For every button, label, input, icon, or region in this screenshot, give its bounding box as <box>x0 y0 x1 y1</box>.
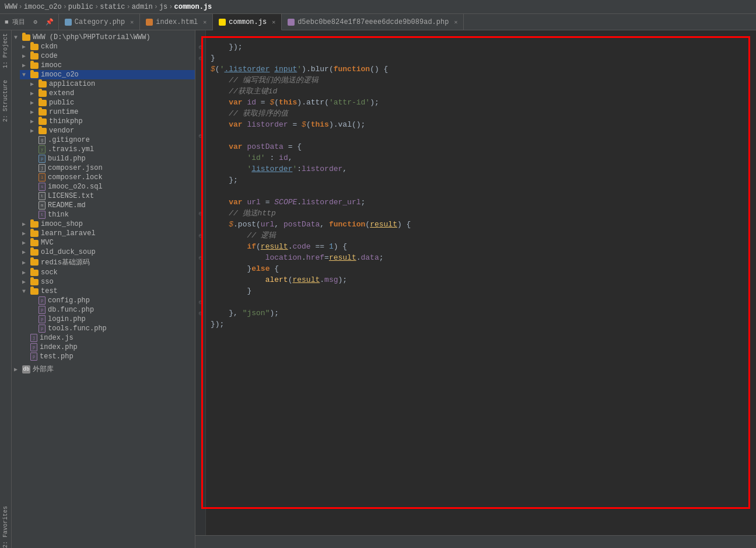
tree-item-index-php[interactable]: p index.php <box>20 343 195 352</box>
code-line-3: $('.listorder input').blur(function() { <box>211 65 388 74</box>
tree-item-travis[interactable]: y .travis.yml <box>28 145 195 154</box>
tree-label-imooc-shop: imooc_shop <box>41 220 83 228</box>
tree-item-config-php[interactable]: p config.php <box>28 296 195 305</box>
tree-arrow-mvc: ▶ <box>22 239 30 246</box>
tree-item-imooc-shop[interactable]: ▶ imooc_shop <box>20 219 195 229</box>
tree-label-imooc: imooc <box>41 61 62 69</box>
tab-close-index-html[interactable]: ✕ <box>203 19 206 26</box>
fold-3[interactable]: ⊖ <box>198 53 202 64</box>
tree-label-config: config.php <box>48 296 90 305</box>
code-container[interactable]: ⊖ ⊖ ⊖ ⊖ ⊖ ⊖ <box>195 30 756 535</box>
folder-icon-sso <box>30 279 38 285</box>
tree-arrow-imooc: ▶ <box>22 62 30 69</box>
fold-25[interactable]: ⊖ <box>198 296 202 308</box>
tree-item-external-lib[interactable]: ▶ db 外部库 <box>12 364 195 375</box>
folder-icon-test <box>30 288 38 295</box>
tree-item-gitignore[interactable]: g .gitignore <box>28 135 195 145</box>
folder-icon-imooc <box>30 62 38 69</box>
tree-item-public[interactable]: ▶ public <box>28 98 195 107</box>
fold-2[interactable]: ⊖ <box>198 41 202 53</box>
tree-item-sql[interactable]: s imooc_o2o.sql <box>28 182 195 191</box>
fold-26[interactable]: ⊖ <box>198 308 202 319</box>
tree-label-runtime: runtime <box>49 108 78 116</box>
editor-area: ⊖ ⊖ ⊖ ⊖ ⊖ ⊖ <box>195 30 756 548</box>
folder-icon-mvc <box>30 240 38 246</box>
tree-item-vendor[interactable]: ▶ vendor <box>28 126 195 135</box>
code-line-22: alert(result.msg); <box>211 275 347 284</box>
tree-item-test[interactable]: ▼ test <box>20 287 195 296</box>
tree-label-sql: imooc_o2o.sql <box>48 183 103 191</box>
project-tab-btn[interactable]: ■ 项目 <box>2 16 27 27</box>
tree-item-thinkphp[interactable]: ▶ thinkphp <box>28 117 195 126</box>
folder-icon-www <box>22 34 30 41</box>
tab-label-d5ebc0: d5ebc0be824e1f87eeee6dcde9b089ad.php <box>298 18 449 26</box>
fold-10[interactable]: ⊖ <box>198 130 202 141</box>
tree-item-test-php[interactable]: p test.php <box>20 352 195 361</box>
code-line-26: }); <box>211 320 224 329</box>
path-static: static <box>100 3 125 11</box>
fold-21[interactable]: ⊖ <box>198 252 202 263</box>
sidebar-label-favorites[interactable]: 2: Favorites <box>2 506 9 548</box>
tree-item-sock[interactable]: ▶ sock <box>20 268 195 277</box>
tree-item-think[interactable]: t think <box>28 210 195 219</box>
tree-item-runtime[interactable]: ▶ runtime <box>28 107 195 117</box>
tree-label-mvc: MVC <box>41 239 54 247</box>
file-icon-index-php: p <box>30 343 37 351</box>
tree-item-imooc[interactable]: ▶ imooc <box>20 61 195 70</box>
tree-item-sso[interactable]: ▶ sso <box>20 277 195 287</box>
tabs-container: Category.php ✕ index.html ✕ common.js ✕ … <box>59 14 756 30</box>
tree-item-readme[interactable]: m README.md <box>28 201 195 210</box>
code-line-21: }else { <box>211 264 279 273</box>
tree-item-code[interactable]: ▶ code <box>20 51 195 61</box>
tree-label-ckdn: ckdn <box>41 43 58 51</box>
main-layout: 1: Project 2: Structure 2: Favorites ▼ W… <box>0 30 756 548</box>
tree-item-ckdn[interactable]: ▶ ckdn <box>20 42 195 51</box>
tree-label-extend: extend <box>49 89 74 97</box>
code-line-7: // 获取排序的值 <box>211 109 288 118</box>
tree-item-mvc[interactable]: ▶ MVC <box>20 238 195 247</box>
fold-19[interactable]: ⊖ <box>198 230 202 241</box>
tree-label-sso: sso <box>41 278 54 286</box>
tab-category-php[interactable]: Category.php ✕ <box>59 14 140 30</box>
sidebar: 1: Project 2: Structure 2: Favorites ▼ W… <box>0 30 195 548</box>
tree-item-build[interactable]: p build.php <box>28 154 195 163</box>
pin-btn[interactable]: 📌 <box>43 17 56 27</box>
tree-item-composer-lock[interactable]: l composer.lock <box>28 173 195 182</box>
tree-item-application[interactable]: ▶ application <box>28 79 195 89</box>
code-lines[interactable]: }); } $('.listorder input').blur(functio… <box>206 30 756 535</box>
tree-item-extend[interactable]: ▶ extend <box>28 89 195 98</box>
tree-item-login-php[interactable]: p login.php <box>28 315 195 324</box>
tree-item-db-func[interactable]: p db.func.php <box>28 305 195 315</box>
folder-icon-public <box>38 100 47 106</box>
tree-arrow-test: ▼ <box>22 288 30 295</box>
tree-item-learn-laravel[interactable]: ▶ learn_laravel <box>20 229 195 238</box>
tree-item-composer-json[interactable]: j composer.json <box>28 163 195 173</box>
tab-common-js[interactable]: common.js ✕ <box>213 14 282 30</box>
tree-arrow-vendor: ▶ <box>30 127 38 134</box>
tree-item-redis[interactable]: ▶ redis基础源码 <box>20 257 195 268</box>
settings-btn[interactable]: ⚙ <box>31 17 40 27</box>
file-tree[interactable]: ▼ WWW (D:\php\PHPTutorial\WWW) ▶ ckdn ▶ … <box>12 30 195 548</box>
tab-close-common-js[interactable]: ✕ <box>272 19 275 26</box>
file-icon-config: p <box>38 296 46 305</box>
tree-arrow-ckdn: ▶ <box>22 43 30 50</box>
tree-item-license[interactable]: t LICENSE.txt <box>28 191 195 201</box>
tree-item-index-js[interactable]: j index.js <box>20 333 195 343</box>
tab-close-category[interactable]: ✕ <box>130 19 134 26</box>
tab-label-common-js: common.js <box>229 18 267 26</box>
sidebar-label-project[interactable]: 1: Project <box>2 33 9 68</box>
tree-root-www[interactable]: ▼ WWW (D:\php\PHPTutorial\WWW) <box>12 33 195 42</box>
tree-label-old-duck-soup: old_duck_soup <box>41 248 96 256</box>
tab-index-html[interactable]: index.html ✕ <box>140 14 213 30</box>
tree-item-imooc-o2o[interactable]: ▼ imooc_o2o <box>20 70 195 79</box>
tab-d5ebc0[interactable]: d5ebc0be824e1f87eeee6dcde9b089ad.php ✕ <box>282 14 464 30</box>
file-icon-build: p <box>38 155 46 163</box>
code-line-18: // 逻辑 <box>211 231 276 240</box>
tab-close-d5ebc0[interactable]: ✕ <box>454 19 457 26</box>
fold-17[interactable]: ⊖ <box>198 208 202 219</box>
tree-item-tools-func[interactable]: p tools.func.php <box>28 324 195 333</box>
tree-item-old-duck-soup[interactable]: ▶ old_duck_soup <box>20 247 195 257</box>
folder-icon-ckdn <box>30 44 38 50</box>
sidebar-label-structure[interactable]: 2: Structure <box>2 80 9 122</box>
tree-label-external: 外部库 <box>33 364 54 374</box>
